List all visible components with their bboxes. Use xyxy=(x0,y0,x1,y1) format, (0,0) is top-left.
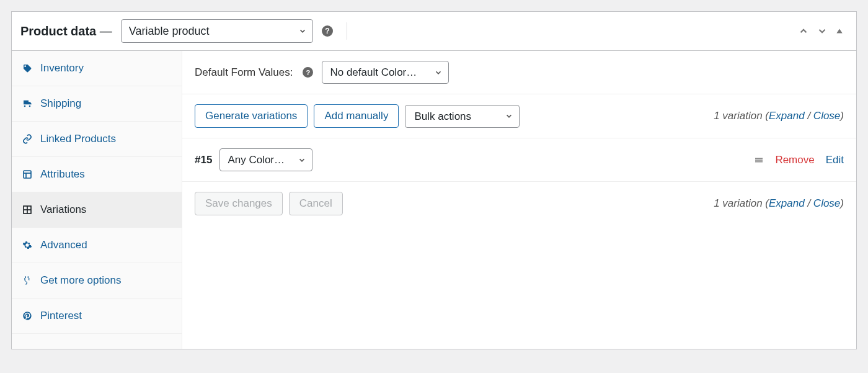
plug-icon xyxy=(22,276,33,285)
grid-icon xyxy=(22,205,33,215)
svg-rect-1 xyxy=(24,171,31,178)
link-icon xyxy=(22,134,33,144)
save-changes-button[interactable]: Save changes xyxy=(195,192,283,215)
panel-up-button[interactable] xyxy=(794,23,813,39)
sidebar-item-linked-products[interactable]: Linked Products xyxy=(12,122,182,157)
remove-variation-link[interactable]: Remove xyxy=(775,154,814,166)
close-link[interactable]: Close xyxy=(813,197,840,209)
expand-link[interactable]: Expand xyxy=(769,110,805,122)
add-manually-button[interactable]: Add manually xyxy=(314,104,399,128)
sidebar-item-label: Variations xyxy=(40,204,86,216)
edit-variation-link[interactable]: Edit xyxy=(826,154,844,166)
sidebar: Inventory Shipping Linked Products Attri… xyxy=(12,51,182,349)
sidebar-item-attributes[interactable]: Attributes xyxy=(12,157,182,192)
variation-row[interactable]: #15 Any Color… Remove Edit xyxy=(182,138,856,182)
panel-toggle-button[interactable] xyxy=(831,24,848,38)
variation-count: 1 variation xyxy=(714,110,762,122)
variation-count-status-bottom: 1 variation (Expand / Close) xyxy=(714,197,844,210)
generate-variations-button[interactable]: Generate variations xyxy=(195,104,308,128)
sidebar-item-shipping[interactable]: Shipping xyxy=(12,86,182,122)
product-data-panel: Product data — Variable product ? xyxy=(11,11,857,349)
panel-header: Product data — Variable product ? xyxy=(12,12,856,51)
sidebar-item-get-more-options[interactable]: Get more options xyxy=(12,263,182,299)
variation-id: #15 xyxy=(195,154,212,166)
list-icon xyxy=(22,169,33,179)
variation-attr-select[interactable]: Any Color… xyxy=(219,148,312,171)
expand-link[interactable]: Expand xyxy=(769,197,805,209)
main-content: Default Form Values: ? No default Color…… xyxy=(182,51,856,349)
bulk-actions-select[interactable]: Bulk actions xyxy=(405,105,520,128)
default-color-select[interactable]: No default Color… xyxy=(322,61,449,84)
close-link[interactable]: Close xyxy=(813,110,840,122)
product-type-select[interactable]: Variable product xyxy=(121,19,313,43)
title-dash: — xyxy=(96,24,112,38)
variation-attr-select-wrap: Any Color… xyxy=(219,148,312,171)
product-type-select-wrap: Variable product xyxy=(121,19,313,43)
default-form-values-label: Default Form Values: xyxy=(195,66,293,79)
tag-icon xyxy=(22,63,33,73)
sidebar-item-label: Advanced xyxy=(40,239,87,251)
sidebar-item-label: Inventory xyxy=(40,62,84,74)
sidebar-item-label: Pinterest xyxy=(40,310,82,322)
sidebar-item-label: Shipping xyxy=(40,97,81,110)
footer-row: Save changes Cancel 1 variation (Expand … xyxy=(182,182,856,225)
default-form-values-row: Default Form Values: ? No default Color… xyxy=(182,51,856,94)
vertical-separator xyxy=(347,22,347,40)
pinterest-icon xyxy=(22,311,33,321)
panel-down-button[interactable] xyxy=(813,23,831,39)
help-icon[interactable]: ? xyxy=(303,67,313,78)
sidebar-item-pinterest[interactable]: Pinterest xyxy=(12,299,182,334)
sidebar-item-label: Linked Products xyxy=(40,133,116,145)
sidebar-item-label: Get more options xyxy=(40,274,121,287)
variations-toolbar-row: Generate variations Add manually Bulk ac… xyxy=(182,94,856,138)
sidebar-item-variations[interactable]: Variations xyxy=(12,192,182,228)
bulk-actions-select-wrap: Bulk actions xyxy=(405,105,520,128)
gear-icon xyxy=(22,240,33,250)
cancel-button[interactable]: Cancel xyxy=(289,192,343,215)
panel-body: Inventory Shipping Linked Products Attri… xyxy=(12,51,856,349)
sidebar-item-label: Attributes xyxy=(40,168,85,181)
sidebar-item-inventory[interactable]: Inventory xyxy=(12,51,182,86)
sidebar-item-advanced[interactable]: Advanced xyxy=(12,228,182,263)
panel-title: Product data — xyxy=(20,24,112,38)
svg-marker-0 xyxy=(836,29,842,34)
variation-count-status: 1 variation (Expand / Close) xyxy=(714,110,844,122)
variation-count: 1 variation xyxy=(714,197,762,209)
truck-icon xyxy=(22,99,33,109)
panel-title-text: Product data xyxy=(20,24,96,38)
drag-handle-icon[interactable] xyxy=(754,155,764,165)
help-icon[interactable]: ? xyxy=(322,25,333,37)
default-color-select-wrap: No default Color… xyxy=(322,61,449,84)
